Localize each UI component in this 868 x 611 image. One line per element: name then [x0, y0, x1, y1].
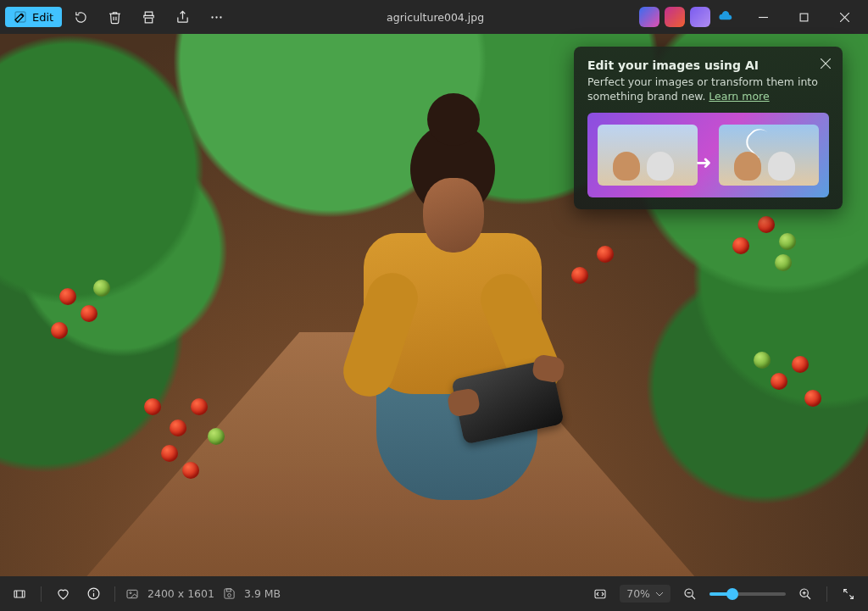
minimize-button[interactable]: [744, 3, 782, 31]
favorite-button[interactable]: [52, 583, 74, 605]
info-button[interactable]: [82, 583, 104, 605]
tip-close-button[interactable]: [817, 55, 834, 72]
svg-point-4: [215, 16, 217, 18]
edit-icon: [14, 10, 27, 24]
favorite-icon: [56, 586, 70, 601]
close-icon: [821, 58, 831, 69]
app-launcher-group: [639, 7, 736, 27]
image-viewport[interactable]: Edit your images using AI Perfect your i…: [0, 34, 868, 576]
zoom-value: 70%: [626, 587, 650, 600]
zoom-in-button[interactable]: [794, 583, 816, 605]
designer-app-button[interactable]: [690, 7, 710, 27]
status-bar: 2400 x 1601 3.9 MB 70%: [0, 576, 868, 611]
share-button[interactable]: [167, 3, 198, 31]
svg-rect-20: [226, 589, 231, 592]
zoom-in-icon: [798, 587, 812, 601]
edit-button-label: Edit: [32, 11, 53, 24]
svg-line-27: [807, 596, 810, 599]
image-size-icon: [125, 587, 139, 601]
ai-tip-card: Edit your images using AI Perfect your i…: [574, 47, 843, 209]
filesize-icon: [223, 587, 236, 600]
tip-illustration: ➜: [587, 113, 829, 197]
svg-rect-1: [145, 18, 153, 23]
onedrive-app-icon: [717, 8, 734, 25]
svg-line-30: [844, 589, 848, 592]
svg-rect-12: [14, 591, 25, 597]
print-icon: [142, 10, 156, 25]
window-title: agriculture004.jpg: [235, 11, 636, 24]
rotate-button[interactable]: [65, 3, 96, 31]
fullscreen-icon: [842, 587, 855, 601]
zoom-out-icon: [683, 587, 697, 601]
photos-app-button[interactable]: [639, 7, 659, 27]
tip-body-text: Perfect your images or transform them in…: [587, 75, 818, 103]
tip-body: Perfect your images or transform them in…: [587, 75, 829, 104]
zoom-slider[interactable]: [709, 592, 786, 596]
svg-point-17: [92, 591, 93, 592]
svg-point-5: [220, 16, 221, 18]
more-button[interactable]: [201, 3, 231, 31]
delete-icon: [108, 10, 122, 25]
minimize-icon: [759, 13, 768, 22]
svg-line-24: [692, 596, 695, 599]
edit-button[interactable]: Edit: [5, 7, 62, 27]
svg-point-21: [228, 594, 231, 597]
tip-learn-more-link[interactable]: Learn more: [709, 90, 769, 103]
gallery-view-icon: [13, 587, 26, 601]
zoom-slider-thumb[interactable]: [726, 588, 738, 600]
onedrive-app-button[interactable]: [715, 7, 736, 27]
title-bar: Edit agriculture004.jpg: [0, 0, 868, 34]
svg-rect-7: [800, 14, 808, 21]
share-icon: [175, 10, 190, 25]
chevron-down-icon: [655, 590, 664, 598]
svg-point-19: [130, 592, 131, 593]
rotate-icon: [74, 10, 88, 25]
more-icon: [209, 10, 224, 25]
maximize-icon: [799, 13, 809, 22]
tip-heading: Edit your images using AI: [587, 58, 829, 72]
print-button[interactable]: [133, 3, 164, 31]
image-dimensions: 2400 x 1601: [147, 587, 214, 600]
file-size: 3.9 MB: [244, 587, 281, 600]
zoom-dropdown[interactable]: 70%: [620, 585, 670, 603]
svg-point-3: [211, 16, 213, 18]
fullscreen-button[interactable]: [837, 583, 860, 605]
fit-window-button[interactable]: [589, 583, 611, 605]
svg-line-31: [849, 595, 853, 598]
close-icon: [840, 13, 849, 22]
info-icon: [86, 586, 101, 601]
zoom-out-button[interactable]: [679, 583, 701, 605]
gallery-view-button[interactable]: [8, 583, 31, 605]
fit-window-icon: [593, 587, 607, 601]
clipchamp-app-button[interactable]: [665, 7, 685, 27]
delete-button[interactable]: [99, 3, 130, 31]
maximize-button[interactable]: [785, 3, 822, 31]
close-button[interactable]: [826, 3, 863, 31]
